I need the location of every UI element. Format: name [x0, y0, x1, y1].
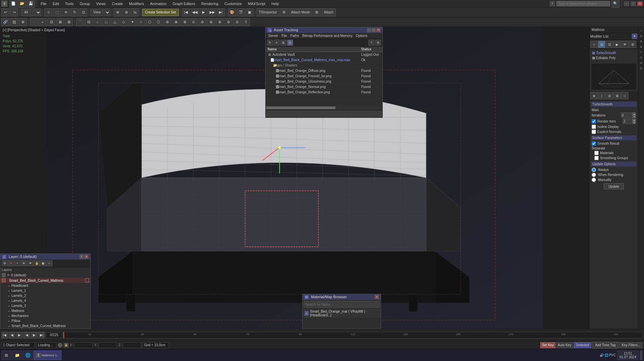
layer-item[interactable]: ⌐ Lamels_1	[0, 288, 90, 293]
modifier-editable-poly[interactable]: Editable Poly	[591, 55, 637, 60]
material-search-input[interactable]	[304, 301, 380, 308]
anim-end-btn[interactable]: ▶|	[217, 8, 225, 16]
menu-tools[interactable]: Tools	[62, 1, 77, 6]
surface-btn[interactable]: ⊟	[85, 18, 93, 26]
y-input[interactable]	[98, 342, 117, 348]
select-region-btn[interactable]: ⬚	[53, 8, 61, 16]
sphere-btn[interactable]: ○	[93, 18, 101, 26]
layer-item[interactable]: ⌐ Lamels_3	[0, 303, 90, 308]
table-row[interactable]: 📄 Smart_Bed_Black_Curved_Mattress_max_vr…	[266, 57, 382, 63]
menu-file[interactable]: File	[38, 1, 49, 6]
asset-panel-close[interactable]: ✕	[376, 28, 380, 32]
extra6-btn[interactable]: ⊛	[163, 18, 171, 26]
cone-btn[interactable]: △	[111, 18, 119, 26]
asset-panel-minimize[interactable]: −	[367, 28, 371, 32]
key-filters-btn[interactable]: Key Filters...	[619, 342, 643, 348]
open-btn[interactable]: 📂	[18, 0, 26, 8]
layer-item[interactable]: ⌐ Headboard	[0, 283, 90, 288]
render-btn[interactable]: ▣	[245, 8, 254, 16]
maximize-btn[interactable]: □	[631, 1, 636, 6]
render-iters-check[interactable]	[592, 119, 596, 124]
ts-icon-btn[interactable]: ⚙	[280, 8, 288, 16]
attach-mode-btn[interactable]: Attach Mode	[289, 8, 312, 16]
panel-icon-create[interactable]: ⊹	[590, 41, 598, 48]
table-row[interactable]: 🖼 Smart_Bed_Orange_Glossiness.png Found	[266, 79, 382, 84]
percent-snap-btn[interactable]: %	[131, 8, 139, 16]
anim-next-frame-btn[interactable]: ▶	[31, 332, 38, 339]
extra13-btn[interactable]: ⊜	[224, 18, 232, 26]
taskbar-ie-btn[interactable]: 🌐	[23, 351, 33, 360]
show-desktop-btn[interactable]	[640, 351, 643, 360]
move-btn[interactable]: ✛	[62, 8, 70, 16]
align-btn[interactable]: ⊟	[47, 18, 55, 26]
bind-btn[interactable]: ⊕	[19, 18, 27, 26]
far-right-icon-1[interactable]: ⊹	[639, 28, 644, 33]
undo-btn[interactable]: ↩	[1, 8, 9, 16]
create-selection-btn[interactable]: Create Selection Set	[142, 9, 179, 16]
layers-render-btn[interactable]: ▣	[40, 260, 46, 266]
asset-scrollbar[interactable]	[266, 106, 382, 109]
anim-play-fwd-btn[interactable]: ▶	[16, 332, 23, 339]
asset-list-btn[interactable]: ≡	[274, 40, 280, 46]
asset-menu-paths[interactable]: Paths	[289, 34, 301, 38]
redo-btn[interactable]: ↪	[10, 8, 18, 16]
array-btn[interactable]: ⊞	[65, 18, 73, 26]
layers-lock-btn[interactable]: 🔒	[34, 260, 40, 266]
update-button[interactable]: Update	[604, 183, 624, 189]
timeline-track[interactable]: 10 30 50 70 90 110 130 150 170 190 210	[63, 332, 643, 339]
attach-btn[interactable]: Attach	[322, 8, 336, 16]
layers-settings-btn[interactable]: ⚙	[2, 260, 8, 266]
layers-freeze-btn[interactable]: ❄	[21, 260, 27, 266]
layers-help-btn[interactable]: ?	[80, 255, 84, 259]
menu-rendering[interactable]: Rendering	[199, 1, 221, 6]
frame-counter[interactable]: 0 / 225	[46, 332, 62, 338]
menu-customize[interactable]: Customize	[222, 1, 244, 6]
table-row[interactable]: 🖼 Smart_Bed_Orange_Fresnel_lor.png Found	[266, 74, 382, 79]
smooth-result-check[interactable]	[592, 141, 596, 146]
extra11-btn[interactable]: ⊚	[207, 18, 215, 26]
asset-settings-btn[interactable]: ⚙	[375, 40, 381, 46]
layers-select-btn[interactable]: ⊹	[46, 260, 52, 266]
iterations-input[interactable]	[621, 112, 633, 118]
unlink-btn[interactable]: ⛓	[10, 18, 18, 26]
panel-icon-e[interactable]: □	[621, 92, 629, 99]
menu-help[interactable]: Help	[269, 1, 282, 6]
panel-icon-c[interactable]: ⊟	[606, 92, 613, 99]
layer-item[interactable]: ⌐ Mechanism	[0, 313, 90, 318]
close-btn[interactable]: ✕	[637, 1, 643, 6]
far-right-icon-6[interactable]: ⊙	[639, 55, 644, 60]
table-row[interactable]: 📁 Maps / Shaders	[266, 63, 382, 68]
far-right-icon-3[interactable]: ⊕	[639, 39, 644, 44]
render-iters-input[interactable]	[623, 119, 633, 124]
far-right-icon-8[interactable]: ⊚	[639, 66, 644, 71]
ts-inspector-btn[interactable]: TSInspector	[257, 8, 279, 16]
iterations-down-btn[interactable]: ▼	[633, 115, 636, 118]
minimize-btn[interactable]: −	[624, 1, 629, 6]
menu-graph-editors[interactable]: Graph Editors	[170, 1, 198, 6]
explicit-check[interactable]	[592, 130, 596, 134]
extra5-btn[interactable]: ⬠	[154, 18, 163, 26]
when-rendering-radio[interactable]	[592, 173, 596, 177]
rotate-btn[interactable]: ↻	[71, 8, 79, 16]
layer-0-check[interactable]	[2, 273, 6, 277]
asset-col-name[interactable]: Name	[266, 47, 359, 52]
attach-mode-icon[interactable]: ⊞	[313, 8, 321, 16]
save-btn[interactable]: 💾	[27, 0, 35, 8]
anim-prev-btn[interactable]: ◀◀	[191, 8, 199, 16]
asset-menu-file[interactable]: File	[280, 34, 288, 38]
asset-detail-btn[interactable]: ⊟	[287, 40, 293, 46]
panel-icon-d[interactable]: ⊞	[613, 92, 621, 99]
asset-path-input[interactable]	[266, 111, 382, 117]
anim-start-btn[interactable]: |◀	[182, 8, 190, 16]
extra12-btn[interactable]: ⊛	[216, 18, 224, 26]
x-input[interactable]	[74, 342, 93, 348]
curve-btn[interactable]: ⌒	[76, 18, 84, 26]
menu-group[interactable]: Group	[77, 1, 93, 6]
menu-maxscript[interactable]: MAXScript	[245, 1, 268, 6]
extra2-btn[interactable]: ✦	[128, 18, 136, 26]
table-row[interactable]: 🖼 Smart_Bed_Orange_Diffuse.png Found	[266, 68, 382, 74]
asset-menu-options[interactable]: Options	[355, 34, 369, 38]
extra10-btn[interactable]: ⊘	[198, 18, 206, 26]
panel-icon-hierarchy[interactable]: ☰	[606, 41, 613, 48]
far-right-icon-4[interactable]: ⊗	[639, 44, 644, 49]
